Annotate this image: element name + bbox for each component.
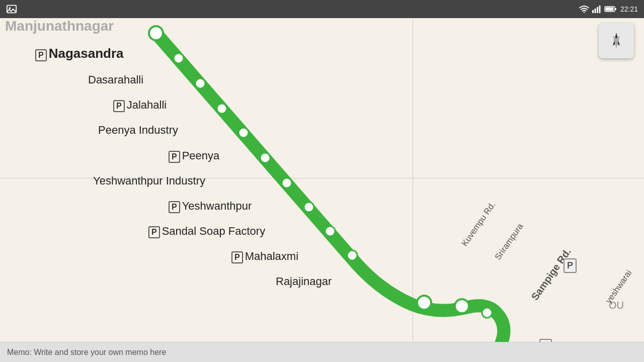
battery-icon (604, 5, 617, 13)
station-jalahalli: PJalahalli (113, 99, 167, 112)
svg-point-19 (347, 250, 357, 260)
parking-icon-right: P (564, 258, 577, 273)
svg-point-21 (455, 299, 469, 313)
parking-icon-yeshwanthpur: P (169, 201, 180, 213)
station-sandal-soap-factory: PSandal Soap Factory (148, 225, 265, 238)
svg-point-20 (417, 296, 431, 310)
station-yeshwanthpur: PYeshwanthpur (169, 200, 252, 213)
station-nagasandra: PNagasandra (35, 46, 124, 61)
station-peenya: PPeenya (169, 149, 219, 163)
svg-rect-3 (592, 10, 594, 13)
status-bar-left (6, 4, 17, 15)
svg-point-11 (174, 53, 184, 63)
parking-icon-mahalaxmi: P (231, 251, 243, 263)
station-yeshwanthpur-industry: Yeshwanthpur Industry (93, 174, 205, 188)
svg-point-22 (482, 308, 492, 318)
compass-arrow-icon (606, 31, 626, 51)
svg-point-14 (238, 128, 249, 138)
svg-rect-6 (599, 6, 600, 13)
memo-bar[interactable]: Memo: Write and store your own memo here (0, 342, 644, 362)
station-dasarahalli: Dasarahalli (88, 73, 143, 86)
status-bar: 22:21 (0, 0, 644, 18)
parking-icon-peenya: P (169, 151, 180, 163)
wifi-icon (579, 5, 589, 13)
status-bar-right: 22:21 (579, 5, 638, 13)
svg-rect-4 (594, 9, 596, 13)
station-mahalaxmi: PMahalaxmi (231, 250, 298, 263)
memo-text: Memo: Write and store your own memo here (7, 348, 166, 357)
time-display: 22:21 (620, 5, 638, 13)
signal-icon (592, 5, 601, 13)
map-area: Manjunathnagar PNagas (0, 18, 644, 342)
svg-point-1 (9, 7, 11, 9)
svg-point-10 (149, 26, 163, 40)
svg-point-16 (282, 178, 292, 188)
parking-icon-sandal: P (148, 226, 160, 238)
svg-point-2 (584, 12, 585, 13)
parking-icon-nagasandra: P (35, 49, 47, 61)
svg-point-12 (195, 78, 205, 88)
svg-rect-9 (605, 8, 613, 11)
compass-button[interactable] (599, 23, 634, 58)
svg-rect-0 (7, 6, 16, 13)
station-rajajinagar: Rajajinagar (276, 275, 332, 288)
svg-point-18 (325, 226, 335, 236)
svg-rect-5 (597, 7, 598, 13)
parking-icon-jalahalli: P (113, 100, 125, 112)
svg-rect-8 (615, 8, 616, 10)
svg-point-17 (304, 202, 314, 212)
station-peenya-industry: Peenya Industry (98, 124, 178, 137)
svg-point-15 (260, 153, 270, 163)
image-icon (6, 4, 17, 15)
svg-point-13 (217, 104, 227, 114)
